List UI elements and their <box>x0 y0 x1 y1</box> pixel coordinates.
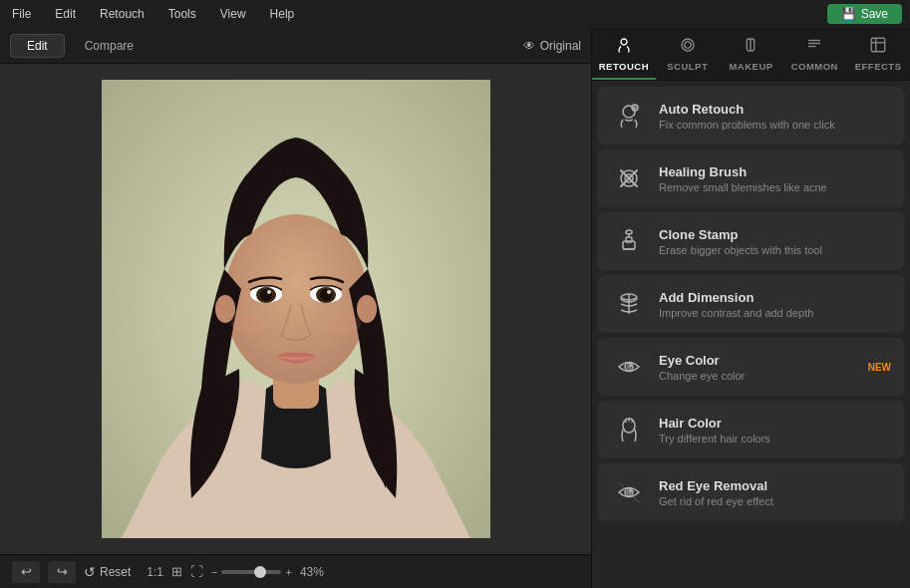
clone-stamp-name: Clone Stamp <box>659 227 891 242</box>
clone-stamp-desc: Erase bigger objects with this tool <box>659 244 891 256</box>
hair-color-icon-wrap <box>611 412 647 447</box>
zoom-thumb[interactable] <box>254 566 266 578</box>
tool-hair-color[interactable]: Hair Color Try different hair colors <box>598 401 904 458</box>
tool-list: Auto Retouch Fix common problems with on… <box>592 81 910 588</box>
tool-eye-color[interactable]: Eye Color Change eye color NEW <box>598 338 904 396</box>
healing-brush-name: Healing Brush <box>659 164 891 179</box>
tool-add-dimension[interactable]: Add Dimension Improve contrast and add d… <box>598 275 904 333</box>
menu-retouch[interactable]: Retouch <box>96 5 149 23</box>
red-eye-name: Red Eye Removal <box>659 478 891 493</box>
undo-button[interactable]: ↩ <box>12 561 40 583</box>
main-layout: Edit Compare 👁 Original <box>0 28 910 588</box>
eye-color-text: Eye Color Change eye color <box>659 353 856 382</box>
retouch-label: RETOUCH <box>599 61 649 72</box>
add-dimension-icon <box>615 290 643 318</box>
original-label: Original <box>540 39 581 53</box>
menu-help[interactable]: Help <box>266 5 299 23</box>
eye-color-desc: Change eye color <box>659 370 856 382</box>
clone-stamp-icon <box>615 227 643 255</box>
tab-retouch[interactable]: RETOUCH <box>592 28 656 80</box>
add-dimension-name: Add Dimension <box>659 290 891 305</box>
clone-stamp-icon-wrap <box>611 223 647 259</box>
reset-label: Reset <box>100 565 131 579</box>
tool-healing-brush[interactable]: Healing Brush Remove small blemishes lik… <box>598 149 904 207</box>
makeup-label: MAKEUP <box>729 61 772 72</box>
eye-color-icon-wrap <box>611 349 647 385</box>
svg-point-14 <box>327 290 331 294</box>
eye-icon: 👁 <box>523 39 535 53</box>
original-toggle[interactable]: 👁 Original <box>523 39 581 53</box>
canvas-toolbar: Edit Compare 👁 Original <box>0 28 591 64</box>
auto-retouch-icon-wrap <box>611 98 647 134</box>
svg-point-17 <box>621 39 627 45</box>
redo-button[interactable]: ↪ <box>48 561 76 583</box>
hair-color-text: Hair Color Try different hair colors <box>659 416 891 444</box>
red-eye-icon <box>615 478 643 506</box>
undo-icon: ↩ <box>21 564 32 579</box>
menu-file[interactable]: File <box>8 5 35 23</box>
red-eye-icon-wrap <box>611 474 647 510</box>
fit-icon[interactable]: ⛶ <box>190 564 203 579</box>
svg-point-18 <box>682 39 694 51</box>
zoom-minus-icon[interactable]: − <box>211 566 217 578</box>
portrait-image <box>102 80 490 538</box>
svg-point-37 <box>630 365 632 367</box>
auto-retouch-desc: Fix common problems with one click <box>659 119 891 131</box>
common-icon <box>805 36 823 58</box>
healing-brush-icon-wrap <box>611 160 647 196</box>
image-container <box>0 64 591 554</box>
healing-brush-icon <box>615 164 643 192</box>
size-indicator: 1:1 <box>147 565 163 579</box>
new-badge: NEW <box>868 362 891 373</box>
zoom-controls: − + <box>211 566 292 578</box>
common-label: COMMON <box>791 61 838 72</box>
menu-bar: File Edit Retouch Tools View Help 💾 Save <box>0 0 910 28</box>
effects-icon <box>869 36 887 58</box>
crop-icon[interactable]: ⊞ <box>171 564 182 579</box>
canvas-area: Edit Compare 👁 Original <box>0 28 591 588</box>
tab-compare[interactable]: Compare <box>69 35 150 57</box>
reset-icon: ↺ <box>84 564 96 580</box>
reset-button[interactable]: ↺ Reset <box>84 564 131 580</box>
svg-point-41 <box>630 490 632 492</box>
svg-point-32 <box>626 230 632 234</box>
svg-rect-24 <box>871 38 885 52</box>
menu-tools[interactable]: Tools <box>164 5 200 23</box>
healing-brush-desc: Remove small blemishes like acne <box>659 181 891 193</box>
tool-clone-stamp[interactable]: Clone Stamp Erase bigger objects with th… <box>598 212 904 270</box>
menu-edit[interactable]: Edit <box>51 5 80 23</box>
zoom-plus-icon[interactable]: + <box>285 566 291 578</box>
tab-edit[interactable]: Edit <box>10 34 65 58</box>
panel-tabs: RETOUCH SCULPT MAKEUP <box>592 28 910 81</box>
clone-stamp-text: Clone Stamp Erase bigger objects with th… <box>659 227 891 256</box>
svg-line-42 <box>619 482 639 502</box>
tab-sculpt[interactable]: SCULPT <box>656 28 720 80</box>
sculpt-icon <box>679 36 697 58</box>
svg-rect-30 <box>626 237 632 242</box>
svg-point-6 <box>357 295 377 323</box>
hair-color-icon <box>615 416 643 443</box>
redo-icon: ↪ <box>57 564 68 579</box>
zoom-slider[interactable] <box>221 570 281 574</box>
tool-red-eye[interactable]: Red Eye Removal Get rid of red eye effec… <box>598 463 904 521</box>
tab-makeup[interactable]: MAKEUP <box>720 28 783 80</box>
auto-retouch-text: Auto Retouch Fix common problems with on… <box>659 102 891 131</box>
auto-retouch-icon <box>615 102 643 130</box>
tab-common[interactable]: COMMON <box>782 28 846 80</box>
healing-brush-text: Healing Brush Remove small blemishes lik… <box>659 164 891 193</box>
tab-effects[interactable]: EFFECTS <box>846 28 910 80</box>
auto-retouch-name: Auto Retouch <box>659 102 891 117</box>
status-bar: ↩ ↪ ↺ Reset 1:1 ⊞ ⛶ − + 43% <box>0 554 591 588</box>
svg-point-5 <box>215 295 235 323</box>
save-button[interactable]: 💾 Save <box>827 4 902 24</box>
svg-point-13 <box>267 290 271 294</box>
svg-point-16 <box>325 314 361 334</box>
add-dimension-desc: Improve contrast and add depth <box>659 307 891 319</box>
menu-view[interactable]: View <box>216 5 250 23</box>
hair-color-desc: Try different hair colors <box>659 433 891 444</box>
add-dimension-text: Add Dimension Improve contrast and add d… <box>659 290 891 319</box>
save-label: Save <box>861 7 888 21</box>
red-eye-desc: Get rid of red eye effect <box>659 495 891 507</box>
effects-label: EFFECTS <box>855 61 902 72</box>
tool-auto-retouch[interactable]: Auto Retouch Fix common problems with on… <box>598 87 904 145</box>
